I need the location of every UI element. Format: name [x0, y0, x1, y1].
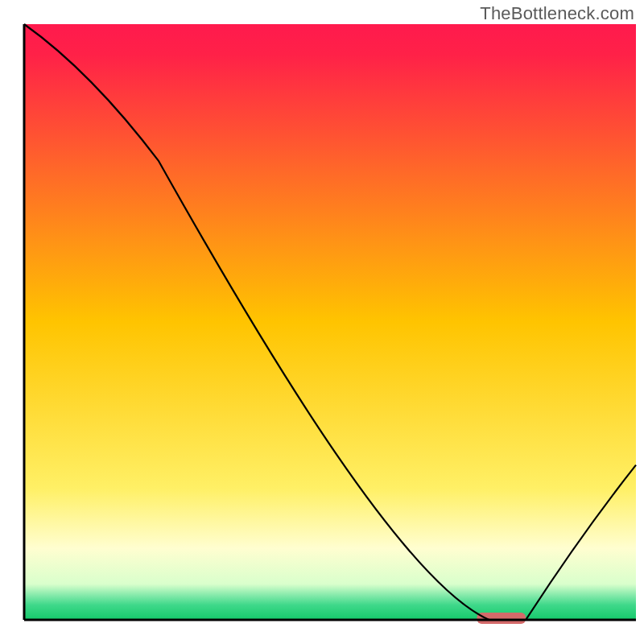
watermark-text: TheBottleneck.com — [480, 3, 634, 24]
plot-background — [24, 24, 636, 620]
chart-svg — [0, 0, 644, 644]
bottleneck-chart: TheBottleneck.com — [0, 0, 644, 644]
